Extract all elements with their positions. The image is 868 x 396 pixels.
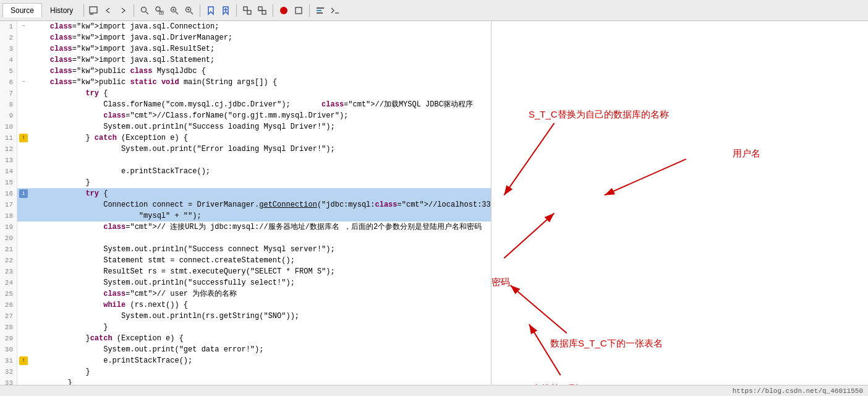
line-gutter[interactable]	[17, 344, 30, 355]
line-gutter[interactable]	[17, 322, 30, 333]
code-line: 11! } catch (Exception e) {	[0, 132, 491, 144]
code-line: 3 class="kw">import java.sql.ResultSet;	[0, 43, 491, 54]
toolbar: Source History	[0, 0, 868, 21]
code-panel[interactable]: 1− class="kw">import java.sql.Connection…	[0, 21, 491, 385]
code-line: 1− class="kw">import java.sql.Connection…	[0, 21, 491, 32]
line-number: 14	[0, 166, 17, 177]
line-gutter[interactable]	[17, 88, 30, 99]
line-gutter[interactable]	[17, 110, 30, 121]
line-content: }	[30, 377, 491, 385]
line-gutter[interactable]	[17, 255, 30, 266]
line-gutter[interactable]	[17, 43, 30, 54]
line-gutter[interactable]	[17, 210, 30, 222]
search-icon[interactable]	[138, 4, 151, 17]
line-gutter[interactable]	[17, 66, 30, 77]
line-number: 19	[0, 222, 17, 233]
svg-line-30	[504, 213, 554, 258]
line-gutter[interactable]	[17, 199, 30, 210]
line-gutter[interactable]	[17, 155, 30, 166]
arrows-svg	[491, 21, 868, 385]
code-line: 30 System.out.print("get data error!");	[0, 344, 491, 355]
code-line: 25 class="cmt">// user 为你表的名称	[0, 288, 491, 299]
line-gutter[interactable]	[17, 177, 30, 188]
svg-line-32	[529, 324, 561, 375]
coverage-icon[interactable]	[313, 4, 327, 17]
line-number: 17	[0, 199, 17, 210]
navigate-down-icon[interactable]	[182, 4, 196, 17]
code-line: 33 }	[0, 377, 491, 385]
code-line: 10 System.out.println("Success loading M…	[0, 121, 491, 132]
line-gutter[interactable]	[17, 288, 30, 299]
code-line: 2 class="kw">import java.sql.DriverManag…	[0, 32, 491, 43]
line-number: 21	[0, 244, 17, 255]
line-gutter[interactable]	[17, 99, 30, 110]
info-icon: i	[19, 189, 28, 198]
line-gutter[interactable]	[17, 166, 30, 177]
code-line: 12 System.out.print("Error loading Mysql…	[0, 144, 491, 155]
line-gutter[interactable]	[17, 277, 30, 288]
line-content: class="kw">import java.sql.DriverManager…	[30, 32, 491, 43]
line-gutter[interactable]	[17, 32, 30, 43]
line-gutter[interactable]	[17, 377, 30, 385]
line-content: try {	[30, 88, 491, 99]
line-gutter[interactable]: −	[17, 21, 30, 32]
stop-icon[interactable]	[292, 4, 305, 17]
line-gutter[interactable]	[17, 299, 30, 311]
line-gutter[interactable]	[17, 233, 30, 244]
bookmark-icon[interactable]	[204, 4, 218, 17]
line-gutter[interactable]	[17, 54, 30, 66]
line-gutter[interactable]	[17, 244, 30, 255]
code-line: 22 Statement stmt = connect.createStatem…	[0, 255, 491, 266]
line-number: 22	[0, 255, 17, 266]
view-icon[interactable]	[87, 4, 100, 17]
line-content: class="kw">import java.sql.ResultSet;	[30, 43, 491, 54]
line-number: 25	[0, 288, 17, 299]
line-gutter[interactable]: !	[17, 132, 30, 144]
navigate-up-icon[interactable]	[168, 4, 181, 17]
svg-line-11	[190, 12, 193, 14]
line-number: 10	[0, 121, 17, 132]
nav-forward-icon[interactable]	[116, 4, 130, 17]
line-gutter[interactable]: !	[17, 355, 30, 366]
code-line: 15 }	[0, 177, 491, 188]
svg-rect-19	[262, 11, 266, 14]
svg-point-5	[156, 7, 160, 11]
annotation-label-1: S_T_C替换为自己的数据库的名称	[529, 109, 669, 121]
code-line: 27 System.out.println(rs.getString("SNO"…	[0, 311, 491, 322]
code-line: 4 class="kw">import java.sql.Statement;	[0, 54, 491, 66]
find-replace-icon[interactable]	[153, 4, 166, 17]
mark2-icon[interactable]	[255, 4, 269, 17]
line-number: 31	[0, 355, 17, 366]
mark1-icon[interactable]	[240, 4, 254, 17]
line-gutter[interactable]	[17, 144, 30, 155]
line-content: }	[30, 177, 491, 188]
line-content: class="kw">import java.sql.Statement;	[30, 54, 491, 66]
svg-line-28	[504, 123, 554, 195]
line-gutter[interactable]	[17, 266, 30, 277]
svg-line-29	[605, 159, 686, 195]
line-gutter[interactable]	[17, 222, 30, 233]
fold-icon[interactable]: −	[22, 21, 25, 32]
line-number: 1	[0, 21, 17, 32]
line-gutter[interactable]: i	[17, 188, 30, 199]
tab-history[interactable]: History	[42, 3, 81, 18]
fold-icon[interactable]: −	[22, 77, 25, 88]
line-gutter[interactable]	[17, 121, 30, 132]
line-gutter[interactable]	[17, 366, 30, 377]
code-line: 18 "mysql" + "");	[0, 210, 491, 222]
line-content: class="cmt">// user 为你表的名称	[30, 288, 491, 299]
inspect-icon[interactable]	[328, 4, 342, 17]
line-gutter[interactable]	[17, 311, 30, 322]
line-gutter[interactable]: −	[17, 77, 30, 88]
line-number: 11	[0, 132, 17, 144]
record-icon[interactable]	[277, 4, 291, 17]
line-number: 13	[0, 155, 17, 166]
nav-back-icon[interactable]	[101, 4, 115, 17]
url-bar: https://blog.csdn.net/q_46011550	[0, 385, 868, 396]
line-content: class="cmt">// 连接URL为 jdbc:mysql://服务器地址…	[30, 222, 491, 233]
line-content: System.out.print("Error loading Mysql Dr…	[30, 144, 491, 155]
line-gutter[interactable]	[17, 333, 30, 344]
bookmark-add-icon[interactable]	[219, 4, 232, 17]
tab-source[interactable]: Source	[2, 3, 42, 17]
svg-rect-17	[247, 11, 251, 14]
